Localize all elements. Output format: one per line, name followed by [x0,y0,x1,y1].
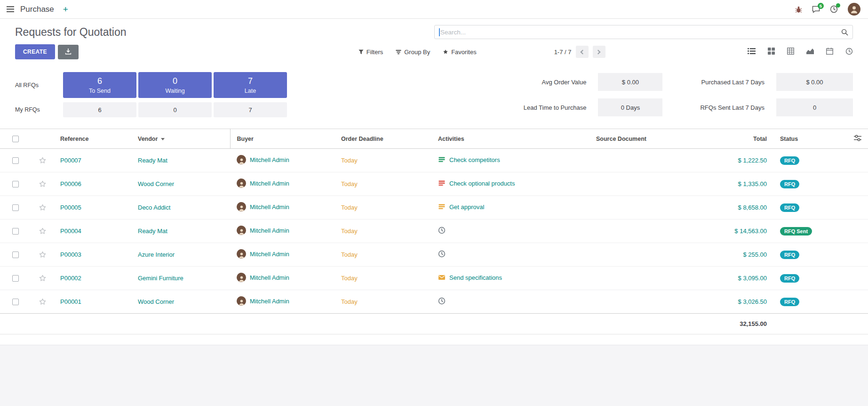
rfq-table-body: P00007Ready MatMitchell AdminTodayCheck … [0,149,868,314]
total-amount: $ 3,095.00 [738,275,767,282]
apps-menu-icon[interactable] [7,6,14,12]
favorite-star-icon[interactable] [39,227,47,234]
header-order-deadline[interactable]: Order Deadline [334,129,431,149]
vendor-link[interactable]: Gemini Furniture [138,275,183,282]
card-waiting[interactable]: 0 Waiting [138,72,212,98]
reference-link[interactable]: P00005 [60,204,81,211]
source-document-cell [589,243,731,267]
view-graph-button[interactable] [806,48,814,56]
activity-clock-icon[interactable] [438,250,446,258]
activity-todo-icon[interactable] [438,156,446,163]
buyer-link[interactable]: Mitchell Admin [250,156,289,163]
row-checkbox[interactable] [12,275,19,282]
activities-icon[interactable] [830,5,838,13]
select-all-checkbox[interactable] [12,136,19,142]
create-button[interactable]: CREATE [15,44,55,59]
buyer-link[interactable]: Mitchell Admin [250,203,289,211]
filters-button[interactable]: Filters [358,49,383,56]
favorite-star-icon[interactable] [39,274,47,281]
app-title[interactable]: Purchase [20,5,54,14]
table-row[interactable]: P00001Wood CornerMitchell AdminToday$ 3,… [0,290,868,314]
table-row[interactable]: P00007Ready MatMitchell AdminTodayCheck … [0,149,868,172]
my-late-count[interactable]: 7 [214,102,287,117]
activity-clock-icon[interactable] [438,297,446,305]
reference-link[interactable]: P00007 [60,157,81,164]
user-avatar[interactable] [848,3,860,16]
header-total[interactable]: Total [731,129,773,149]
vendor-link[interactable]: Ready Mat [138,157,167,164]
view-list-button[interactable] [748,48,756,56]
favorite-star-icon[interactable] [39,180,47,187]
favorite-star-icon[interactable] [39,251,47,258]
view-kanban-button[interactable] [768,48,775,56]
table-row[interactable]: P00005Deco AddictMitchell AdminTodayGet … [0,196,868,219]
group-by-button[interactable]: Group By [396,49,430,56]
card-late[interactable]: 7 Late [214,72,287,98]
my-to-send-count[interactable]: 6 [63,102,136,117]
search-input[interactable] [435,25,852,39]
view-calendar-button[interactable] [826,48,833,56]
vendor-link[interactable]: Wood Corner [138,180,174,187]
reference-link[interactable]: P00006 [60,180,81,187]
header-vendor[interactable]: Vendor [131,129,230,149]
favorite-star-icon[interactable] [39,156,47,163]
messages-count-badge: 5 [818,3,824,9]
row-checkbox[interactable] [12,252,19,258]
activity-email-icon[interactable] [438,274,446,281]
buyer-link[interactable]: Mitchell Admin [250,180,289,187]
my-waiting-count[interactable]: 0 [138,102,212,117]
vendor-link[interactable]: Azure Interior [138,251,175,258]
vendor-link[interactable]: Wood Corner [138,298,174,305]
favorite-star-icon[interactable] [39,203,47,211]
table-row[interactable]: P00006Wood CornerMitchell AdminTodayChec… [0,172,868,196]
header-status[interactable]: Status [773,129,847,149]
activity-clock-icon[interactable] [438,227,446,234]
table-row[interactable]: P00003Azure InteriorMitchell AdminToday$… [0,243,868,267]
buyer-link[interactable]: Mitchell Admin [250,227,289,234]
activity-todo-icon[interactable] [438,179,446,187]
header-buyer[interactable]: Buyer [230,129,334,149]
card-to-send[interactable]: 6 To Send [63,72,136,98]
optional-columns-icon[interactable] [854,136,861,143]
reference-link[interactable]: P00004 [60,227,81,235]
favorites-button[interactable]: Favorites [443,49,476,56]
reference-link[interactable]: P00002 [60,275,81,282]
vendor-link[interactable]: Deco Addict [138,204,170,211]
row-checkbox[interactable] [12,204,19,211]
buyer-link[interactable]: Mitchell Admin [250,274,289,281]
pager-previous-button[interactable] [576,46,589,58]
activity-link[interactable]: Check optional products [449,180,515,187]
activity-todo-icon[interactable] [438,203,446,211]
view-activity-button[interactable] [845,48,853,57]
row-checkbox[interactable] [12,299,19,305]
reference-link[interactable]: P00001 [60,298,81,305]
row-checkbox[interactable] [12,157,19,164]
favorite-star-icon[interactable] [39,298,47,305]
vendor-link[interactable]: Ready Mat [138,227,167,235]
table-row[interactable]: P00004Ready MatMitchell AdminToday$ 14,5… [0,219,868,243]
export-button[interactable] [58,45,79,59]
new-tab-button[interactable]: + [63,5,68,14]
reference-link[interactable]: P00003 [60,251,81,258]
table-row[interactable]: P00002Gemini FurnitureMitchell AdminToda… [0,267,868,290]
row-checkbox[interactable] [12,181,19,187]
late-count: 7 [248,76,253,86]
header-source-document[interactable]: Source Document [589,129,731,149]
pager-next-button[interactable] [593,46,605,58]
header-reference[interactable]: Reference [54,129,131,149]
activity-link[interactable]: Get approval [449,203,484,211]
lead-time-value: 0 Days [598,98,662,116]
source-document-cell [589,172,731,196]
row-checkbox[interactable] [12,228,19,235]
activity-link[interactable]: Send specifications [449,274,502,281]
debug-bug-icon[interactable] [795,6,802,13]
view-pivot-button[interactable] [787,48,794,56]
activity-link[interactable]: Check competitors [449,156,500,163]
header-activities[interactable]: Activities [431,129,589,149]
buyer-avatar [237,226,246,235]
search-box[interactable] [434,25,853,39]
buyer-link[interactable]: Mitchell Admin [250,298,289,305]
messages-icon[interactable]: 5 [812,6,820,13]
buyer-link[interactable]: Mitchell Admin [250,251,289,258]
search-icon[interactable] [841,29,848,38]
